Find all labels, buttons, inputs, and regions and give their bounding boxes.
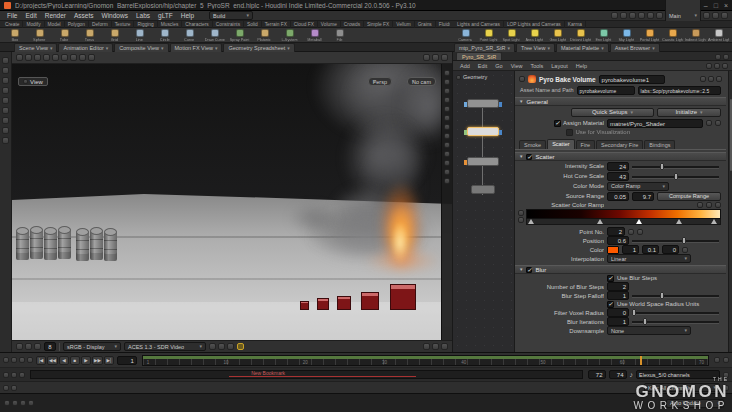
viewport-group-label[interactable]: View bbox=[18, 77, 48, 86]
render-icon[interactable] bbox=[647, 12, 654, 19]
point-prev-icon[interactable] bbox=[628, 229, 634, 235]
exposure-icon[interactable] bbox=[227, 343, 234, 350]
channel-filter-icon[interactable] bbox=[11, 385, 17, 391]
shelf-tool[interactable]: Line bbox=[127, 29, 152, 43]
shelf-tool[interactable]: Circle bbox=[152, 29, 177, 43]
shelf-tool[interactable]: Spot Light bbox=[500, 29, 523, 43]
menu-item[interactable]: File bbox=[4, 12, 20, 19]
position-slider[interactable] bbox=[632, 236, 719, 245]
shelf-tab[interactable]: Cloud FX bbox=[291, 21, 318, 28]
timeline-ruler[interactable]: 110203040506070 bbox=[142, 355, 709, 366]
shelf-tool[interactable]: Portal Light bbox=[638, 29, 661, 43]
shelf-tool[interactable]: Sky Light bbox=[615, 29, 638, 43]
frame-selection-icon[interactable] bbox=[444, 106, 450, 112]
network-menu-item[interactable]: Layout bbox=[548, 63, 571, 69]
close-button[interactable]: × bbox=[724, 2, 728, 9]
shelf-tool[interactable]: Grid bbox=[102, 29, 127, 43]
new-tab-icon[interactable] bbox=[715, 54, 721, 60]
menu-item[interactable]: Assets bbox=[71, 12, 97, 19]
high-quality-icon[interactable] bbox=[237, 343, 244, 350]
ramp-point[interactable] bbox=[528, 219, 534, 224]
prims-mode-icon[interactable] bbox=[43, 54, 50, 61]
back-icon[interactable] bbox=[519, 76, 525, 82]
shelf-tab[interactable]: Polygon bbox=[65, 21, 89, 28]
pane-menu-icon[interactable] bbox=[723, 54, 729, 60]
snap-icon[interactable] bbox=[2, 107, 9, 114]
move-tool-icon[interactable] bbox=[2, 67, 9, 74]
world-space-radius-checkbox[interactable]: ✓ bbox=[607, 301, 614, 308]
shelf-tool[interactable]: Torus bbox=[77, 29, 102, 43]
shelf-tab[interactable]: Solid bbox=[244, 21, 262, 28]
display-space-select[interactable]: sRGB - Display▾ bbox=[63, 342, 121, 351]
clipping-icon[interactable] bbox=[423, 343, 430, 350]
point-no-field[interactable]: 2 bbox=[607, 227, 625, 236]
asset-path-field[interactable]: labs::Sop/pyrobakevolume::2.5 bbox=[638, 86, 721, 95]
scene-viewport[interactable]: View Persp▾ No cam▾ bbox=[12, 64, 452, 340]
shelf-tool[interactable]: Distant Light bbox=[569, 29, 592, 43]
shelf-tool[interactable]: Area Light bbox=[523, 29, 546, 43]
shelf-tool[interactable]: Sphere bbox=[27, 29, 52, 43]
message-log-icon[interactable] bbox=[4, 400, 10, 406]
points-mode-icon[interactable] bbox=[25, 54, 32, 61]
node-display-flag[interactable] bbox=[499, 102, 502, 107]
shelf-tab[interactable]: Karma bbox=[565, 21, 586, 28]
set-key-icon[interactable] bbox=[3, 357, 9, 363]
shelf-tab[interactable]: Modify bbox=[23, 21, 44, 28]
general-section-header[interactable]: ▼ General bbox=[515, 97, 726, 106]
node-chooser-icon[interactable] bbox=[706, 120, 712, 126]
maximize-button[interactable]: □ bbox=[714, 2, 718, 9]
intensity-scale-slider[interactable] bbox=[632, 162, 719, 171]
network-node[interactable] bbox=[467, 99, 499, 108]
open-icon[interactable] bbox=[611, 12, 618, 19]
pane-tab[interactable]: Material Palette▾ bbox=[556, 43, 609, 52]
quick-setups-button[interactable]: Quick Setups▾ bbox=[571, 108, 654, 117]
network-menu-item[interactable]: Go bbox=[492, 63, 505, 69]
speaker-icon[interactable]: ♪ bbox=[630, 371, 634, 378]
undo-icon[interactable] bbox=[629, 12, 636, 19]
num-blur-steps-field[interactable]: 2 bbox=[607, 282, 629, 291]
snap-grid-icon[interactable] bbox=[52, 54, 59, 61]
transport-button[interactable]: ▶ bbox=[81, 356, 91, 365]
camera-lock-icon[interactable] bbox=[88, 54, 95, 61]
cook-status-icon[interactable] bbox=[12, 400, 18, 406]
range-start-field[interactable]: 72 bbox=[588, 370, 606, 379]
pane-tab[interactable]: Composite View▾ bbox=[114, 43, 168, 52]
hot-core-scale-field[interactable]: 43 bbox=[607, 172, 629, 181]
color-ramp-markers[interactable] bbox=[526, 219, 721, 225]
fps-display-icon[interactable] bbox=[432, 343, 439, 350]
node-display-flag[interactable] bbox=[499, 130, 502, 135]
snapshot-icon[interactable] bbox=[444, 169, 450, 175]
transport-button[interactable]: ■ bbox=[70, 356, 80, 365]
blur-section-header[interactable]: ▼ ✓ Blur bbox=[515, 265, 726, 274]
home-view-icon[interactable] bbox=[444, 97, 450, 103]
blur-enable-checkbox[interactable]: ✓ bbox=[526, 267, 532, 273]
shelf-tool[interactable]: Metaball bbox=[302, 29, 327, 43]
color-mode-select[interactable]: Color Ramp▾ bbox=[607, 182, 669, 191]
transport-button[interactable]: ◀◀ bbox=[47, 356, 58, 365]
point-next-icon[interactable] bbox=[637, 229, 643, 235]
intensity-scale-field[interactable]: 24 bbox=[607, 162, 629, 171]
downsample-select[interactable]: None▾ bbox=[607, 326, 691, 335]
compute-range-button[interactable]: Compute Range bbox=[657, 192, 721, 201]
cache-status-icon[interactable] bbox=[28, 400, 34, 406]
blur-step-falloff-slider[interactable] bbox=[632, 291, 719, 300]
pane-tab[interactable]: Animation Editor▾ bbox=[58, 43, 113, 52]
playbar-options-icon[interactable] bbox=[723, 357, 729, 363]
network-menu-item[interactable]: Help bbox=[573, 63, 590, 69]
ramp-add-point-icon[interactable] bbox=[706, 202, 712, 208]
open-parms-icon[interactable] bbox=[715, 120, 721, 126]
shelf-tab[interactable]: LOP Lights and Cameras bbox=[504, 21, 565, 28]
split-pane-icon[interactable] bbox=[432, 54, 439, 61]
shelf-tool[interactable]: Indirect Light bbox=[684, 29, 707, 43]
audio-options-icon[interactable] bbox=[723, 372, 729, 378]
shelf-tab[interactable]: Volume bbox=[318, 21, 341, 28]
network-path-tab[interactable]: Pyro_SR_StR bbox=[456, 52, 502, 60]
shelf-tool[interactable]: L-System bbox=[277, 29, 302, 43]
param-gear-icon[interactable] bbox=[716, 76, 722, 82]
shelf-tab[interactable]: Lights and Cameras bbox=[454, 21, 504, 28]
pane-menu-icon[interactable] bbox=[441, 54, 448, 61]
source-range-max-field[interactable]: 9.7 bbox=[632, 192, 654, 201]
desktop-selector[interactable]: Build▾ bbox=[209, 11, 253, 20]
menu-item[interactable]: Help bbox=[178, 12, 197, 19]
shelf-tab[interactable]: Terrain FX bbox=[262, 21, 291, 28]
